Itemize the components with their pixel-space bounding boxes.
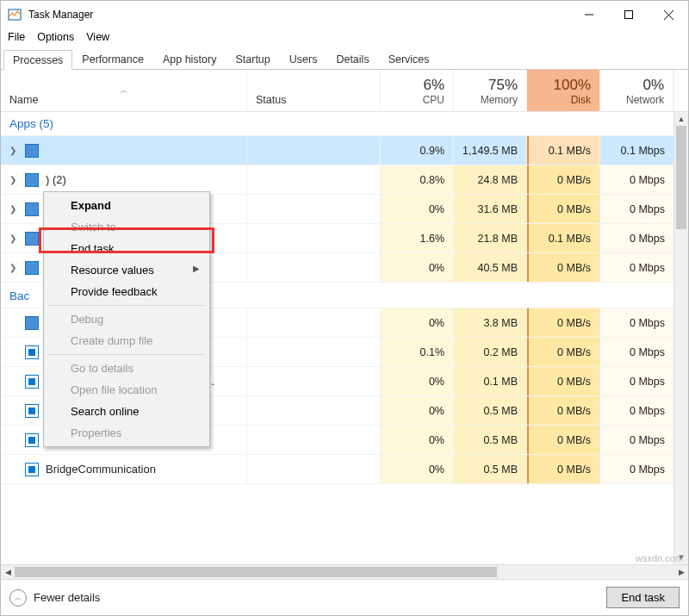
context-menu-item-provide-feedback[interactable]: Provide feedback [47, 281, 207, 302]
window-controls [569, 1, 688, 28]
horizontal-scrollbar[interactable]: ◀ ▶ [1, 564, 688, 579]
context-menu-item-switch-to: Switch to [47, 216, 207, 238]
process-memory-cell: 0.1 MB [454, 367, 527, 395]
process-name-cell: ❯ [1, 136, 247, 165]
process-network-cell: 0 Mbps [600, 396, 673, 425]
scroll-left-arrow-icon[interactable]: ◀ [1, 568, 15, 576]
menu-options[interactable]: Options [37, 31, 74, 43]
maximize-button[interactable] [609, 1, 649, 28]
column-header-disk[interactable]: 100% Disk [527, 70, 600, 111]
titlebar[interactable]: Task Manager [1, 1, 688, 28]
process-network-cell: 0 Mbps [600, 455, 673, 483]
memory-header-pct: 75% [462, 77, 518, 94]
process-memory-cell: 0.2 MB [454, 338, 527, 366]
process-name-label: BridgeCommunication [46, 463, 156, 476]
process-status-cell [247, 136, 381, 165]
expand-chevron-icon[interactable]: ❯ [9, 204, 18, 214]
process-cpu-cell: 0.1% [381, 338, 454, 366]
context-menu-item-create-dump-file: Create dump file [47, 330, 207, 352]
end-task-button[interactable]: End task [606, 587, 680, 608]
disk-header-label: Disk [536, 94, 591, 106]
context-menu-separator [48, 305, 205, 306]
expand-chevron-icon[interactable]: ❯ [9, 175, 18, 184]
process-cpu-cell: 0% [381, 396, 454, 425]
process-icon [25, 232, 39, 246]
process-cpu-cell: 0% [381, 308, 454, 337]
minimize-button[interactable] [569, 1, 609, 28]
fewer-details-label: Fewer details [34, 591, 100, 604]
scroll-right-arrow-icon[interactable]: ▶ [674, 568, 688, 576]
process-name-cell: ❯) (2) [1, 165, 247, 194]
context-menu-item-go-to-details: Go to details [47, 358, 207, 379]
process-disk-cell: 0 MB/s [527, 338, 600, 366]
column-header-cpu[interactable]: 6% CPU [381, 70, 454, 111]
process-cpu-cell: 0.9% [381, 136, 454, 165]
expand-chevron-icon[interactable]: ❯ [9, 233, 18, 243]
vertical-scrollbar[interactable]: ▲ ▼ [673, 112, 688, 564]
column-header-name-label: Name [9, 94, 238, 106]
process-network-cell: 0 Mbps [600, 367, 673, 395]
process-disk-cell: 0 MB/s [527, 396, 600, 425]
expand-chevron-icon[interactable]: ❯ [9, 146, 18, 155]
tab-app-history[interactable]: App history [153, 49, 227, 69]
scroll-up-arrow-icon[interactable]: ▲ [674, 112, 688, 126]
column-header-status[interactable]: Status [247, 70, 381, 111]
process-icon [25, 433, 39, 447]
process-icon [25, 173, 39, 187]
context-menu-separator [48, 354, 205, 355]
tab-startup[interactable]: Startup [226, 49, 279, 69]
hscroll-thumb[interactable] [15, 567, 497, 577]
process-row[interactable]: ❯0.9%1,149.5 MB0.1 MB/s0.1 Mbps [1, 136, 688, 165]
column-header-name[interactable]: ︿ Name [1, 70, 247, 111]
menu-file[interactable]: File [8, 31, 25, 43]
tab-performance[interactable]: Performance [72, 49, 153, 69]
process-cpu-cell: 0% [381, 426, 454, 454]
process-row[interactable]: BridgeCommunication0%0.5 MB0 MB/s0 Mbps [1, 455, 688, 484]
memory-header-label: Memory [462, 94, 518, 106]
expand-chevron-icon[interactable]: ❯ [9, 263, 18, 272]
tab-users[interactable]: Users [280, 49, 327, 69]
process-memory-cell: 40.5 MB [454, 253, 527, 282]
context-menu-item-expand[interactable]: Expand [47, 195, 207, 216]
menu-view[interactable]: View [86, 31, 109, 43]
process-cpu-cell: 0% [381, 367, 454, 395]
cpu-header-label: CPU [389, 94, 444, 106]
group-apps[interactable]: Apps (5) [1, 112, 688, 136]
tab-processes[interactable]: Processes [3, 50, 72, 70]
process-icon [25, 202, 39, 216]
process-cpu-cell: 0% [381, 195, 454, 223]
column-header-network[interactable]: 0% Network [600, 70, 673, 111]
process-memory-cell: 21.8 MB [454, 224, 527, 252]
scrollbar-thumb[interactable] [676, 126, 686, 229]
process-icon [25, 404, 39, 418]
header-scrollbar-spacer [673, 70, 688, 111]
network-header-label: Network [609, 94, 664, 106]
fewer-details-toggle[interactable]: ︿ Fewer details [9, 589, 100, 607]
process-network-cell: 0 Mbps [600, 195, 673, 223]
process-row[interactable]: ❯) (2)0.8%24.8 MB0 MB/s0 Mbps [1, 165, 688, 195]
process-disk-cell: 0 MB/s [527, 165, 600, 194]
context-menu-item-search-online[interactable]: Search online [47, 401, 207, 422]
process-memory-cell: 31.6 MB [454, 195, 527, 223]
task-manager-window: Task Manager File Options View Processes… [0, 0, 689, 616]
process-cpu-cell: 0% [381, 455, 454, 483]
process-memory-cell: 0.5 MB [454, 455, 527, 483]
tab-services[interactable]: Services [379, 49, 439, 69]
process-disk-cell: 0.1 MB/s [527, 136, 600, 165]
process-icon [25, 345, 39, 359]
process-disk-cell: 0 MB/s [527, 367, 600, 395]
cpu-header-pct: 6% [389, 77, 444, 94]
process-disk-cell: 0 MB/s [527, 253, 600, 282]
tab-details[interactable]: Details [326, 49, 378, 69]
context-menu-item-end-task[interactable]: End task [47, 238, 207, 259]
svg-rect-2 [625, 11, 633, 19]
column-header-memory[interactable]: 75% Memory [454, 70, 527, 111]
sort-chevron-up-icon: ︿ [9, 87, 238, 94]
tabs: Processes Performance App history Startu… [1, 47, 688, 70]
process-memory-cell: 24.8 MB [454, 165, 527, 194]
process-icon [25, 261, 39, 275]
close-button[interactable] [649, 1, 688, 28]
process-memory-cell: 0.5 MB [454, 426, 527, 454]
context-menu-item-resource-values[interactable]: Resource values▶ [47, 259, 207, 281]
hscroll-track[interactable] [15, 565, 674, 579]
